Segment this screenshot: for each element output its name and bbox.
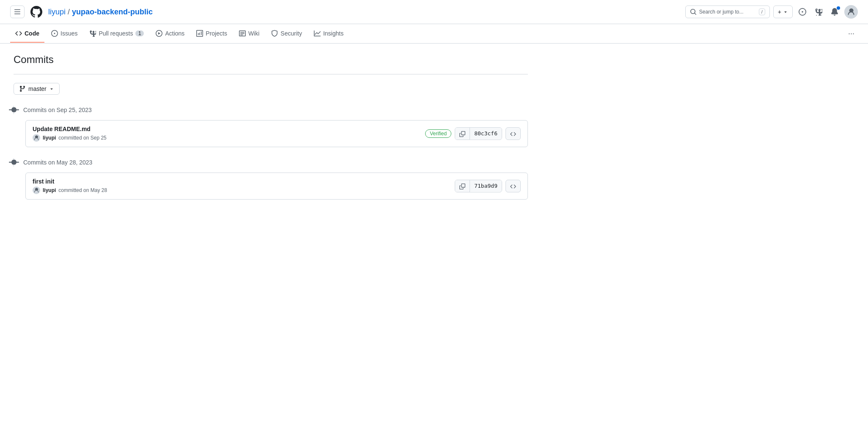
commit-author-1[interactable]: liyupi xyxy=(43,135,56,141)
commit-list-1: Update README.md liyupi committed on Sep… xyxy=(14,120,528,147)
commits-section: Commits on Sep 25, 2023 Update README.md… xyxy=(14,105,528,200)
security-icon xyxy=(271,30,278,37)
commit-actions-2: 71ba9d9 xyxy=(455,180,521,192)
top-bar: liyupi / yupao-backend-public Search or … xyxy=(0,0,868,24)
commit-card-1: Update README.md liyupi committed on Sep… xyxy=(25,120,528,147)
pr-icon xyxy=(89,30,96,37)
repo-path: liyupi / yupao-backend-public xyxy=(48,8,153,16)
repo-name[interactable]: yupao-backend-public xyxy=(72,8,153,16)
tab-projects[interactable]: Projects xyxy=(191,25,232,43)
nav-more-button[interactable]: ··· xyxy=(845,24,858,43)
commit-group-date-1: Commits on Sep 25, 2023 xyxy=(23,107,92,113)
commit-author-2[interactable]: liyupi xyxy=(43,187,56,193)
commit-dot-icon-2 xyxy=(9,157,19,167)
section-divider xyxy=(14,74,528,74)
tab-code-label: Code xyxy=(25,30,39,37)
tab-wiki-label: Wiki xyxy=(248,30,259,37)
commit-dot-icon-1 xyxy=(9,105,19,115)
page-title: Commits xyxy=(14,54,528,66)
browse-repo-button-1[interactable] xyxy=(505,127,521,140)
commit-info-1: Update README.md liyupi committed on Sep… xyxy=(33,126,107,142)
commit-message-2[interactable]: first init xyxy=(33,178,107,185)
tab-actions[interactable]: Actions xyxy=(151,25,190,43)
top-bar-left: liyupi / yupao-backend-public xyxy=(10,5,680,19)
commit-actions-1: Verified 80c3cf6 xyxy=(425,127,521,140)
branch-selector[interactable]: master xyxy=(14,83,60,95)
tab-projects-label: Projects xyxy=(206,30,227,37)
avatar[interactable] xyxy=(844,5,858,19)
projects-icon xyxy=(196,30,203,37)
notifications-button[interactable] xyxy=(828,5,841,18)
commit-hash-link-1[interactable]: 80c3cf6 xyxy=(470,128,502,139)
branch-name: master xyxy=(28,85,47,92)
commit-list-2: first init liyupi committed on May 28 xyxy=(14,173,528,200)
top-bar-right: Search or jump to... / + xyxy=(685,5,858,19)
repo-nav: Code Issues Pull requests 1 Actions Proj… xyxy=(0,24,868,44)
hamburger-button[interactable] xyxy=(10,5,25,18)
issues-icon xyxy=(51,30,58,37)
tab-issues-label: Issues xyxy=(60,30,77,37)
tab-security-label: Security xyxy=(280,30,302,37)
verified-badge-1[interactable]: Verified xyxy=(425,129,451,138)
issues-icon-button[interactable] xyxy=(796,5,809,18)
tab-pull-requests[interactable]: Pull requests 1 xyxy=(84,25,149,43)
commit-committed-text-2: committed on May 28 xyxy=(58,187,107,193)
browse-repo-button-2[interactable] xyxy=(505,180,521,192)
code-icon xyxy=(15,30,22,37)
new-button[interactable]: + xyxy=(773,5,793,18)
commit-hash-btn-1: 80c3cf6 xyxy=(455,127,502,140)
tab-issues[interactable]: Issues xyxy=(46,25,82,43)
author-avatar-2 xyxy=(33,186,40,194)
tab-actions-label: Actions xyxy=(165,30,184,37)
author-avatar-1 xyxy=(33,134,40,142)
commit-meta-2: liyupi committed on May 28 xyxy=(33,186,107,194)
main-content: Commits master Commits on Sep 25, 2023 xyxy=(0,44,541,220)
repo-owner[interactable]: liyupi xyxy=(48,8,66,16)
commit-group-header-sep-25: Commits on Sep 25, 2023 xyxy=(14,105,528,115)
actions-icon xyxy=(156,30,162,37)
pull-request-icon-button[interactable] xyxy=(812,5,825,18)
branch-chevron-icon xyxy=(49,86,54,91)
commit-hash-link-2[interactable]: 71ba9d9 xyxy=(470,180,502,192)
branch-icon xyxy=(19,85,26,92)
wiki-icon xyxy=(239,30,246,37)
copy-hash-button-1[interactable] xyxy=(455,128,470,139)
search-button[interactable]: Search or jump to... / xyxy=(685,5,770,18)
tab-pr-label: Pull requests xyxy=(99,30,133,37)
insights-icon xyxy=(314,30,321,37)
search-icon: Search or jump to... xyxy=(690,8,744,15)
commit-committed-text-1: committed on Sep 25 xyxy=(58,135,106,141)
tab-security[interactable]: Security xyxy=(266,25,307,43)
commit-info-2: first init liyupi committed on May 28 xyxy=(33,178,107,194)
commit-meta-1: liyupi committed on Sep 25 xyxy=(33,134,107,142)
notification-dot xyxy=(837,6,840,10)
commit-group-may-28: Commits on May 28, 2023 first init liyup… xyxy=(14,157,528,200)
commit-group-sep-25: Commits on Sep 25, 2023 Update README.md… xyxy=(14,105,528,147)
tab-wiki[interactable]: Wiki xyxy=(234,25,264,43)
copy-hash-button-2[interactable] xyxy=(455,180,470,192)
path-separator: / xyxy=(68,8,70,16)
tab-insights-label: Insights xyxy=(323,30,343,37)
commit-group-date-2: Commits on May 28, 2023 xyxy=(23,159,92,166)
chevron-down-icon xyxy=(783,9,788,14)
pr-badge: 1 xyxy=(135,30,144,36)
commit-card-2: first init liyupi committed on May 28 xyxy=(25,173,528,200)
plus-icon: + xyxy=(778,8,781,15)
github-logo xyxy=(30,5,43,19)
commit-group-header-may-28: Commits on May 28, 2023 xyxy=(14,157,528,167)
tab-code[interactable]: Code xyxy=(10,25,44,43)
commit-message-1[interactable]: Update README.md xyxy=(33,126,107,132)
commit-hash-btn-2: 71ba9d9 xyxy=(455,180,502,192)
tab-insights[interactable]: Insights xyxy=(309,25,349,43)
